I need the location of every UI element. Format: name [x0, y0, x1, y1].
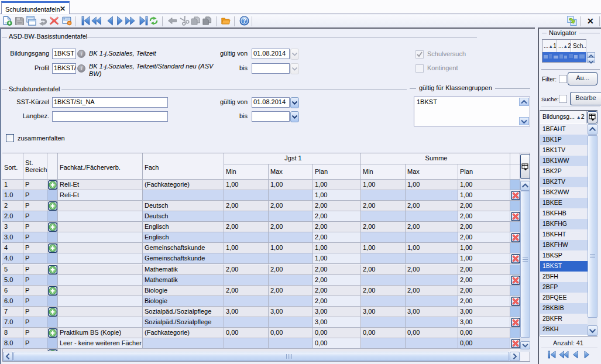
svg-text:?: ?: [242, 18, 246, 24]
